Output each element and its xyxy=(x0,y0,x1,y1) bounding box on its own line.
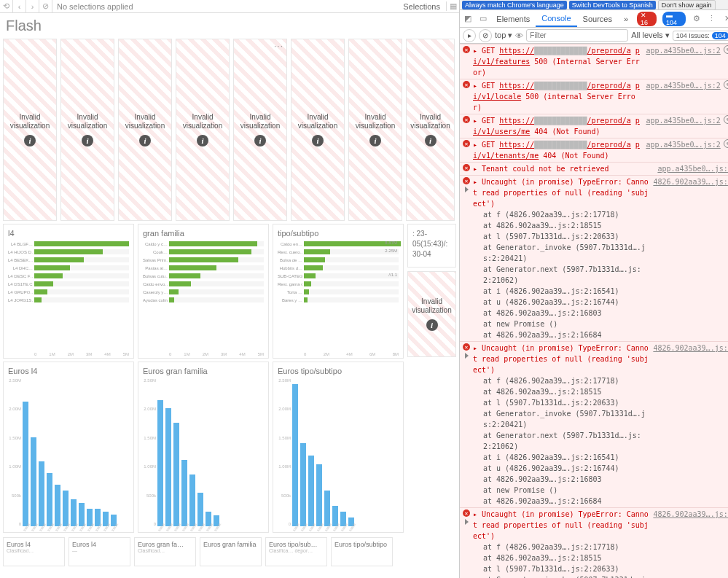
mini-card[interactable]: Euros gran fa…Clasificad… xyxy=(134,537,196,566)
console-entry[interactable]: ✕▸ Uncaught (in promise) TypeError: Cann… xyxy=(460,175,728,341)
console-entry[interactable]: ✕▸ GET https://████████████/preprod/a pi… xyxy=(460,44,728,79)
mini-card[interactable]: Euros l4Clasificad… xyxy=(3,537,65,566)
vbar xyxy=(300,443,306,526)
tab-elements[interactable]: Elements xyxy=(490,10,536,27)
hbar-row: Ayudas culin… xyxy=(143,297,264,303)
refresh-info: : 23-05(15:43)/: 30-04 xyxy=(407,224,456,267)
source-link[interactable]: app.a435be0….js:2 xyxy=(641,45,720,78)
source-link[interactable]: 4826.902aa39….js:2 xyxy=(649,509,728,578)
invalid-viz-card[interactable]: Invalid visualizationi xyxy=(291,39,345,221)
step-fwd-icon[interactable]: › xyxy=(26,0,39,13)
device-icon[interactable]: ▭ xyxy=(475,14,490,23)
console-entry[interactable]: ✕▸ Uncaught (in promise) TypeError: Cann… xyxy=(460,507,728,578)
console-log-area[interactable]: ✕▸ GET https://████████████/preprod/a pi… xyxy=(460,44,728,578)
source-link[interactable]: app.a435be0….js:2 xyxy=(641,80,720,113)
settings-icon[interactable]: ⚙ xyxy=(689,14,704,23)
vbar xyxy=(31,437,36,526)
hbar-row: SUB-CATEGO…//1.1 xyxy=(278,273,399,279)
step-back-icon[interactable]: ‹ xyxy=(13,0,26,13)
warn-count-badge[interactable]: ▬ 104 xyxy=(662,12,686,26)
selections-grid-icon[interactable]: ▦ xyxy=(446,1,459,11)
globe-icon[interactable]: ⊕ xyxy=(724,80,728,89)
info-icon[interactable]: i xyxy=(24,135,36,147)
expand-icon[interactable] xyxy=(465,519,469,525)
source-link[interactable]: app.a435be0….js:2 xyxy=(641,115,720,137)
mini-card[interactable]: Euros gran familia xyxy=(200,537,262,566)
invalid-viz-card[interactable]: Invalid visualizationi xyxy=(176,39,230,221)
context-select[interactable]: top ▾ xyxy=(495,31,512,40)
source-link[interactable]: app.a435be0….js:2 xyxy=(653,163,728,174)
more-icon[interactable]: ⋮ xyxy=(704,14,719,23)
inspect-icon[interactable]: ◩ xyxy=(460,14,475,23)
close-icon[interactable]: ✕ xyxy=(720,14,728,23)
console-entry[interactable]: ✕▸ Uncaught (in promise) TypeError: Cann… xyxy=(460,341,728,507)
invalid-label: Invalid visualization xyxy=(4,113,56,130)
invalid-label: Invalid visualization xyxy=(234,113,286,130)
mini-card[interactable]: Euros l4— xyxy=(69,537,130,566)
hbar-category: Pastas al… xyxy=(143,266,168,270)
source-link[interactable]: app.a435be0….js:2 xyxy=(641,139,720,161)
chart-l4[interactable]: l4 L4 BLGF…L4 HIJOS D…L4 BESEK…L4 DHC…L4… xyxy=(3,224,134,359)
chart-euros-gran[interactable]: Euros gran familia 2.50M2.00M1.50M1.00M5… xyxy=(138,362,269,533)
tab-sources[interactable]: Sources xyxy=(577,10,618,27)
chart-euros-tipo[interactable]: Euros tipo/subtipo 2.50M2.00M1.50M1.00M5… xyxy=(273,362,404,533)
lang-switch-chip[interactable]: Switch DevTools to Spanish xyxy=(569,1,656,9)
invalid-viz-card[interactable]: Invalid visualizationi xyxy=(118,39,172,221)
invalid-viz-side[interactable]: Invalid visualization i xyxy=(407,271,456,357)
sidebar-toggle-icon[interactable]: ▸ xyxy=(463,29,476,42)
tab-console[interactable]: Console xyxy=(536,10,576,27)
invalid-viz-card[interactable]: Invalid visualizationi xyxy=(406,39,455,221)
selections-text: No selections applied xyxy=(52,2,397,11)
globe-icon[interactable]: ⊕ xyxy=(724,139,728,148)
lang-match-chip[interactable]: Always match Chrome's language xyxy=(462,1,567,9)
info-icon[interactable]: i xyxy=(425,135,437,147)
tab-more[interactable]: » xyxy=(618,10,634,27)
info-icon[interactable]: i xyxy=(82,135,93,147)
info-icon[interactable]: i xyxy=(139,135,151,147)
source-link[interactable]: 4826.902aa39….js:2 xyxy=(649,176,728,340)
lang-dismiss-chip[interactable]: Don't show again xyxy=(658,0,716,10)
invalid-viz-card[interactable]: Invalid visualizationi xyxy=(348,39,402,221)
globe-icon[interactable]: ⊕ xyxy=(724,45,728,54)
console-entry[interactable]: ✕▸ GET https://████████████/preprod/a pi… xyxy=(460,79,728,114)
source-link[interactable]: 4826.902aa39….js:2 xyxy=(649,343,728,507)
levels-select[interactable]: All levels ▾ xyxy=(631,31,669,40)
invalid-label: Invalid visualization xyxy=(291,113,344,130)
info-icon[interactable]: i xyxy=(254,135,266,147)
chart-tipo[interactable]: tipo/subtipo Caldo en…8.87MRest. cuero…2… xyxy=(273,224,404,359)
mini-card[interactable]: Euros tipo/sub…Clasifica… depor… xyxy=(265,537,327,566)
chart-gran[interactable]: gran familia Caldo y c…Cook…Salsas Prim…… xyxy=(138,224,269,359)
hbar-category: Hobbits d… xyxy=(278,266,302,270)
expand-icon[interactable] xyxy=(465,187,469,192)
invalid-viz-card[interactable]: Invalid visualizationi xyxy=(60,39,114,221)
clear-icon[interactable]: ⊘ xyxy=(39,0,52,13)
mini-title: Euros tipo/subtipo xyxy=(334,541,389,548)
expand-icon[interactable] xyxy=(465,353,469,359)
console-entry[interactable]: ✕▸ GET https://████████████/preprod/a pi… xyxy=(460,138,728,162)
console-entry[interactable]: ✕▸ GET https://████████████/preprod/a pi… xyxy=(460,114,728,138)
issues-button[interactable]: 104 Issues: 104 xyxy=(673,31,728,41)
info-icon[interactable]: i xyxy=(197,135,208,147)
mini-sub: — xyxy=(72,548,127,553)
filter-input[interactable] xyxy=(526,29,628,42)
error-count-badge[interactable]: ✕ 16 xyxy=(637,12,657,26)
globe-icon[interactable]: ⊕ xyxy=(724,115,728,124)
console-entry[interactable]: ✕▸ Tenant could not be retrievedapp.a435… xyxy=(460,162,728,175)
card-menu-icon[interactable]: ··· xyxy=(274,41,283,51)
selections-label[interactable]: Selections xyxy=(397,2,446,11)
chart-title: Euros gran familia xyxy=(143,367,264,375)
eye-icon[interactable]: 👁 xyxy=(515,31,523,40)
clear-console-icon[interactable]: ⊘ xyxy=(479,29,492,42)
error-icon: ✕ xyxy=(463,177,470,184)
info-icon[interactable]: i xyxy=(369,135,381,147)
info-icon[interactable]: i xyxy=(426,319,438,331)
mini-card[interactable]: Euros tipo/subtipo xyxy=(331,537,393,566)
mini-title: Euros tipo/sub… xyxy=(269,541,324,548)
selection-tool-icon[interactable]: ⟲ xyxy=(0,0,13,13)
chart-title: l4 xyxy=(8,229,129,238)
mini-title: Euros gran fa… xyxy=(138,541,192,548)
invalid-viz-card[interactable]: Invalid visualizationi xyxy=(3,39,57,221)
invalid-viz-card[interactable]: ···Invalid visualizationi xyxy=(233,39,287,221)
chart-euros-l4[interactable]: Euros l4 2.50M2.00M1.50M1.00M500k0 xxxxx… xyxy=(3,362,134,533)
info-icon[interactable]: i xyxy=(312,135,324,147)
